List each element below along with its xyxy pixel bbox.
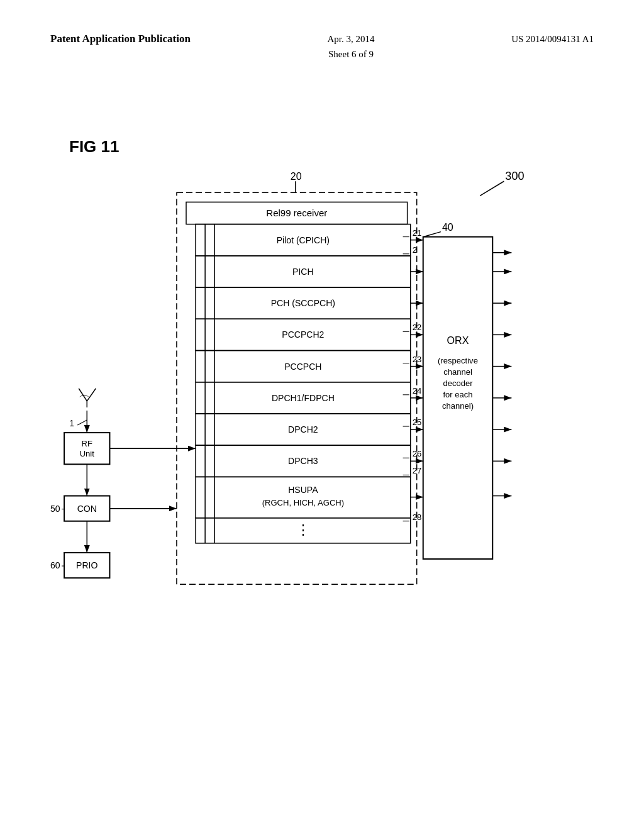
- ch-num-2: 2: [413, 245, 417, 255]
- prio-label: PRIO: [76, 560, 97, 570]
- ch-label-1: Pilot (CPICH): [277, 235, 330, 245]
- orx-desc2: channel: [443, 367, 472, 377]
- header-center: Apr. 3, 2014 Sheet 6 of 9: [328, 31, 375, 62]
- rf-unit-label1: RF: [82, 439, 92, 448]
- label-50: 50: [50, 504, 60, 514]
- label-20: 20: [291, 170, 302, 182]
- orx-desc4: for each: [443, 390, 472, 399]
- label1-line: [77, 420, 87, 425]
- ch-label-9a: HSUPA: [288, 485, 318, 495]
- rel99-text: Rel99 receiver: [266, 208, 327, 219]
- publication-title: Patent Application Publication: [50, 31, 191, 47]
- pub-date: Apr. 3, 2014: [328, 34, 375, 44]
- ch-label-2: PICH: [292, 267, 314, 277]
- ch-num-27: 27: [413, 466, 422, 475]
- label-1: 1: [69, 418, 74, 428]
- ch-label-5: PCCPCH: [284, 362, 321, 372]
- ch-num-26: 26: [413, 449, 422, 458]
- svg-line-2: [423, 232, 441, 237]
- ch-num-22: 22: [413, 323, 422, 332]
- ch-label-6: DPCH1/FDPCH: [272, 393, 335, 403]
- ch-label-3: PCH (SCCPCH): [271, 298, 335, 308]
- ch-num-21: 21: [413, 228, 422, 238]
- ch-label-8: DPCH3: [288, 456, 318, 466]
- rf-unit-label2: Unit: [80, 449, 95, 458]
- ch-label-9b: (RGCH, HICH, AGCH): [262, 498, 344, 507]
- ch-num-25: 25: [413, 418, 422, 427]
- con-label: CON: [77, 504, 97, 514]
- svg-line-0: [480, 181, 504, 196]
- ch-num-23: 23: [413, 355, 422, 364]
- ch-label-7: DPCH2: [288, 424, 318, 434]
- page-header: Patent Application Publication Apr. 3, 2…: [50, 31, 594, 62]
- ch-dots: ⋮: [296, 522, 310, 538]
- label-60: 60: [50, 560, 60, 570]
- ch-num-24: 24: [413, 386, 422, 396]
- orx-desc1: (respective: [438, 356, 478, 365]
- diagram-svg: 300 20 40 ORX (respective channel decode…: [50, 137, 594, 703]
- orx-desc3: decoder: [443, 379, 473, 388]
- ch-num-28: 28: [413, 512, 422, 522]
- sheet-info: Sheet 6 of 9: [328, 49, 374, 59]
- label-300: 300: [505, 170, 524, 182]
- antenna-symbol: ⌒: [79, 394, 90, 407]
- label-40: 40: [442, 221, 453, 233]
- orx-desc5: channel): [442, 401, 474, 411]
- diagram-area: FIG 11 300 20 40 ORX (respective channel…: [50, 137, 594, 703]
- page: Patent Application Publication Apr. 3, 2…: [0, 0, 644, 830]
- orx-label: ORX: [447, 335, 469, 346]
- ch-label-4: PCCPCH2: [282, 329, 324, 340]
- patent-number: US 2014/0094131 A1: [511, 31, 594, 47]
